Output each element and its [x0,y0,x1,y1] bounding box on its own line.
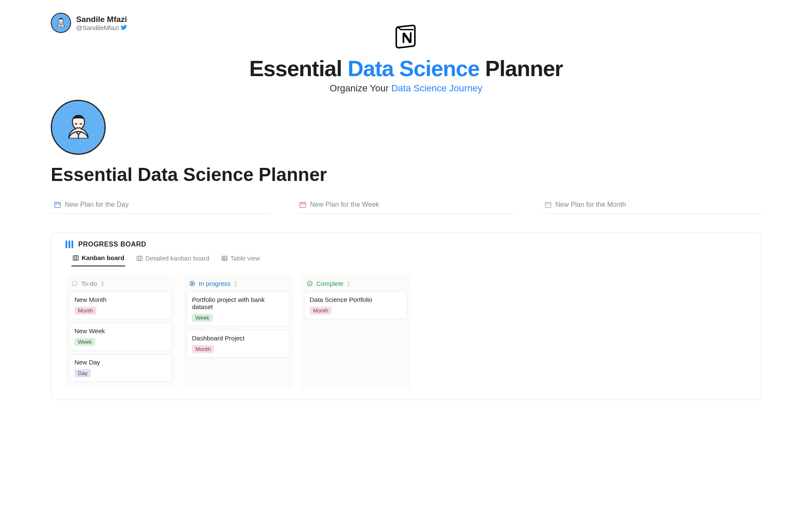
plan-button-row: New Plan for the Day New Plan for the We… [51,197,761,214]
kanban-card[interactable]: New DayDay [69,354,172,382]
card-tag: Week [192,314,213,322]
column-in-progress: In progress 2 Portfolio project with ban… [183,275,293,389]
svg-rect-5 [137,256,142,260]
svg-rect-6 [222,256,227,260]
card-title: Data Science Portfolio [310,296,402,303]
card-tag: Month [74,307,96,315]
card-title: New Month [74,296,167,303]
card-title: Portfolio project with bank dataset [192,296,284,310]
card-title: New Day [74,359,167,366]
twitter-icon [121,24,127,31]
kanban-columns: To-do 3 New MonthMonthNew WeekWeekNew Da… [66,275,746,389]
table-icon [221,255,228,262]
card-tag: Month [192,345,214,353]
check-circle-icon [307,280,313,287]
svg-point-7 [72,281,77,286]
tab-kanban[interactable]: Kanban board [71,254,125,266]
kanban-card[interactable]: Dashboard ProjectMonth [187,330,290,358]
kanban-card[interactable]: New WeekWeek [69,323,172,351]
board-icon [136,255,143,262]
svg-point-9 [307,281,312,286]
calendar-day-icon [54,201,61,208]
svg-rect-4 [73,255,78,260]
column-complete: Complete 1 Data Science PortfolioMonth [301,275,411,389]
card-tag: Day [74,369,91,377]
board-bars-icon [66,241,73,248]
kanban-card[interactable]: Data Science PortfolioMonth [304,291,407,319]
hero-subtitle: Organize Your Data Science Journey [51,83,761,94]
circle-icon [71,280,78,287]
calendar-week-icon [299,201,307,208]
board-title: PROGRESS BOARD [78,241,146,248]
svg-rect-3 [545,203,551,208]
board-tabs: Kanban board Detailed kanban board Table… [71,254,746,266]
calendar-month-icon [544,201,552,208]
column-todo: To-do 3 New MonthMonthNew WeekWeekNew Da… [66,275,176,389]
progress-board: PROGRESS BOARD Kanban board Detailed kan… [51,233,761,400]
card-title: New Week [74,327,167,334]
author-name: Sandile Mfazi [76,15,127,24]
svg-rect-1 [55,203,60,208]
card-tag: Month [310,307,332,315]
hero-title: Essential Data Science Planner [51,56,761,81]
card-tag: Week [74,338,95,346]
card-title: Dashboard Project [192,334,284,342]
page-icon[interactable] [51,100,761,155]
notion-logo-icon [392,23,420,50]
new-plan-month-button[interactable]: New Plan for the Month [541,197,761,214]
new-plan-day-button[interactable]: New Plan for the Day [51,197,271,214]
kanban-card[interactable]: Portfolio project with bank datasetWeek [187,291,290,326]
tab-detailed-kanban[interactable]: Detailed kanban board [135,254,210,266]
author-avatar[interactable] [51,13,71,33]
svg-rect-2 [300,203,306,208]
page-title: Essential Data Science Planner [51,164,761,185]
author-handle[interactable]: @SandileMfazi [76,24,127,31]
play-circle-icon [189,280,195,287]
hero: Essential Data Science Planner Organize … [51,23,761,94]
new-plan-week-button[interactable]: New Plan for the Week [296,197,516,214]
tab-table[interactable]: Table view [220,254,261,266]
kanban-card[interactable]: New MonthMonth [69,291,172,319]
board-icon [72,255,79,261]
